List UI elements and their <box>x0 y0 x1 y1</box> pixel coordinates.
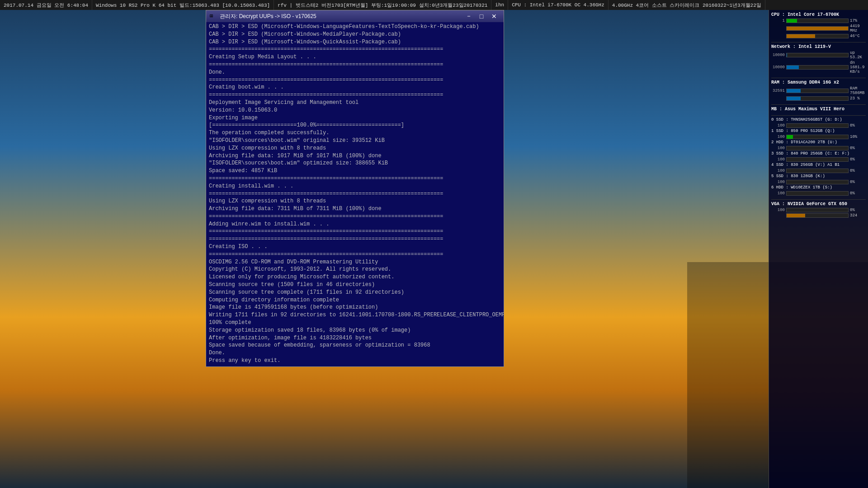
term-line: ========================================… <box>209 76 501 84</box>
vga-row-2: 324 <box>771 213 866 218</box>
term-line: ========================================… <box>209 91 501 99</box>
term-line: Adding winre.wim to install.wim . . . <box>209 221 501 228</box>
term-line: Writing 1711 files in 92 directories to … <box>209 311 501 319</box>
term-line: "ISOFOLDER\sources\boot.wim" original si… <box>209 137 501 145</box>
term-line: Space saved because of embedding, sparse… <box>209 342 501 349</box>
cpu-row-1: 1 17% <box>771 19 866 23</box>
drive-title: 5 SSD : 830 128GB (K:) <box>771 174 866 178</box>
term-line: The operation completed successfully. <box>209 129 501 137</box>
vga-row-1: 100 0% <box>771 208 866 212</box>
drive-row: 10010% <box>771 135 866 139</box>
taskbar-freq: 4.00GHz 4코어 소스트 스카이레이크 20160322~1년3개월22일 <box>609 0 765 10</box>
term-line: ========================================… <box>209 213 501 221</box>
terminal-icon: ⊞ <box>210 13 217 20</box>
taskbar-datetime: 2017.07.14 금요일 오전 6:48:04 <box>0 0 92 10</box>
term-line: Press any key to exit. <box>209 357 501 365</box>
term-line: Scanning source tree complete (1711 file… <box>209 289 501 296</box>
cpu-section: CPU : Intel Core i7-6700K 1 17% 4419 MHz… <box>771 12 866 38</box>
close-button[interactable]: ✕ <box>488 11 500 21</box>
term-line: Using LZX compression with 8 threads <box>209 197 501 205</box>
mb-title: MB : Asus Maximus VIII Hero <box>771 107 866 112</box>
term-line: Deployment Image Servicing and Managemen… <box>209 99 501 107</box>
taskbar-os: Windows 10 RS2 Pro K 64 bit 빌드:15063.483… <box>92 0 274 10</box>
term-line: Archiving file data: 1017 MiB of 1017 Mi… <box>209 152 501 160</box>
ram-percent-row: 23 % <box>771 96 866 101</box>
term-line: Copyright (C) Microsoft, 1993-2012. All … <box>209 266 501 273</box>
term-line: ========================================… <box>209 46 501 53</box>
cpu-temp-row: 46°C <box>771 34 866 38</box>
term-line: Creating Setup Media Layout . . . <box>209 53 501 61</box>
divider-5 <box>771 199 866 200</box>
term-line: ========================================… <box>209 235 501 243</box>
cpu-title: CPU : Intel Core i7-6700K <box>771 12 866 17</box>
vga-title: VGA : NVIDIA GeForce GTX 650 <box>771 202 866 206</box>
term-line: "ISOFOLDER\sources\boot.wim" optimized s… <box>209 160 501 167</box>
drive-title: 2 HDD : DT01ACA200 2TB (U:) <box>771 140 866 145</box>
term-line: Archiving file data: 7311 MiB of 7311 Mi… <box>209 205 501 213</box>
term-line: Creating install.wim . . . <box>209 183 501 190</box>
vga-section: VGA : NVIDIA GeForce GTX 650 100 0% 324 <box>771 202 866 218</box>
cpu-row-freq: 4419 MHz <box>771 24 866 33</box>
taskbar-ihn: ihn <box>491 0 508 10</box>
drive-title: 1 SSD : 850 PRO 512GB (Q:) <box>771 129 866 133</box>
drives-section: 0 SSD : THNSNH256GBST (G: D:)1000%1 SSD … <box>771 117 866 196</box>
drive-title: 0 SSD : THNSNH256GBST (G: D:) <box>771 117 866 122</box>
terminal-titlebar: ⊞ 관리자: Decrypt UUPs -> ISO - v170625 － □… <box>206 10 504 22</box>
term-line: [==========================100.0%=======… <box>209 122 501 129</box>
terminal-window: ⊞ 관리자: Decrypt UUPs -> ISO - v170625 － □… <box>206 10 504 367</box>
term-line: CAB > DIR > ESD (Microsoft-Windows-Media… <box>209 31 501 38</box>
drive-row: 1000% <box>771 191 866 196</box>
term-line: Computing directory information complete <box>209 296 501 304</box>
drive-row: 1000% <box>771 157 866 162</box>
term-line: Space saved: 4857 KiB <box>209 167 501 175</box>
divider-1 <box>771 42 866 42</box>
term-line: CAB > DIR > ESD (Microsoft-Windows-Langu… <box>209 23 501 31</box>
network-up-row: 10000 up 53.2K <box>771 51 866 60</box>
term-line: Version: 10.0.15063.0 <box>209 107 501 114</box>
term-line: 100% complete <box>209 319 501 327</box>
term-line: CAB > DIR > ESD (Microsoft-Windows-Quick… <box>209 38 501 46</box>
term-line: ========================================… <box>209 61 501 69</box>
divider-3 <box>771 104 866 105</box>
term-line: Using LZX compression with 8 threads <box>209 145 501 152</box>
term-line: OSCDIMG 2.56 CD-ROM and DVD-ROM Premaste… <box>209 258 501 266</box>
terminal-content[interactable]: Convert CAB and DIR > ESD . . .=========… <box>206 22 504 366</box>
drive-title: 3 SSD : 840 PRO 256GB (C: E: F:) <box>771 151 866 156</box>
term-line: Done. <box>209 69 501 76</box>
term-line: Storage optimization saved 18 files, 839… <box>209 327 501 334</box>
system-monitor: CPU : Intel Core i7-6700K 1 17% 4419 MHz… <box>769 10 868 488</box>
taskbar-cpu-info: CPU : Intel i7-6700K OC 4.36GHz <box>508 0 609 10</box>
term-line: Image file is 4179591168 bytes (before o… <box>209 304 501 311</box>
term-line: Scanning source tree (1500 files in 46 d… <box>209 281 501 289</box>
ram-row: 32591 RAM 7586MB <box>771 86 866 95</box>
term-line: ========================================… <box>209 228 501 235</box>
drive-row: 1000% <box>771 146 866 150</box>
terminal-title: 관리자: Decrypt UUPs -> ISO - v170625 <box>220 13 463 20</box>
ram-title: RAM : Samsung DDR4 16G x2 <box>771 80 866 85</box>
taskbar: 2017.07.14 금요일 오전 6:48:04 Windows 10 RS2… <box>0 0 868 10</box>
ram-section: RAM : Samsung DDR4 16G x2 32591 RAM 7586… <box>771 80 866 101</box>
term-line: Licensed only for producing Microsoft au… <box>209 273 501 281</box>
term-line: Creating boot.wim . . . <box>209 84 501 91</box>
term-line: After optimization, image file is 418322… <box>209 334 501 342</box>
drive-row: 1000% <box>771 123 866 128</box>
taskbar-rfv: rfv | 벗드스테2 버전1703[RTM년월] 부팅:1일19:00:09 … <box>274 0 491 10</box>
term-line: Exporting image <box>209 114 501 122</box>
term-line: Creating ISO . . . <box>209 243 501 251</box>
drive-row: 1000% <box>771 180 866 184</box>
term-line: ========================================… <box>209 175 501 183</box>
maximize-button[interactable]: □ <box>476 11 487 21</box>
divider-4 <box>771 115 866 116</box>
network-dn-row: 10000 dn 1681.9 KB/s <box>771 61 866 74</box>
terminal-controls: － □ ✕ <box>463 11 500 21</box>
network-title: Network : Intel 1219-V <box>771 44 866 49</box>
network-section: Network : Intel 1219-V 10000 up 53.2K 10… <box>771 44 866 74</box>
drives-list: 0 SSD : THNSNH256GBST (G: D:)1000%1 SSD … <box>771 117 866 196</box>
drive-row: 1000% <box>771 169 866 173</box>
term-line: Done. <box>209 349 501 357</box>
minimize-button[interactable]: － <box>463 11 475 21</box>
drive-title: 4 SSD : 830 256GB (V:) A1 B1 <box>771 163 866 167</box>
term-line: ========================================… <box>209 190 501 198</box>
drive-title: 6 HDD : WD10EZEX 1TB (S:) <box>771 185 866 190</box>
term-line: ========================================… <box>209 251 501 258</box>
